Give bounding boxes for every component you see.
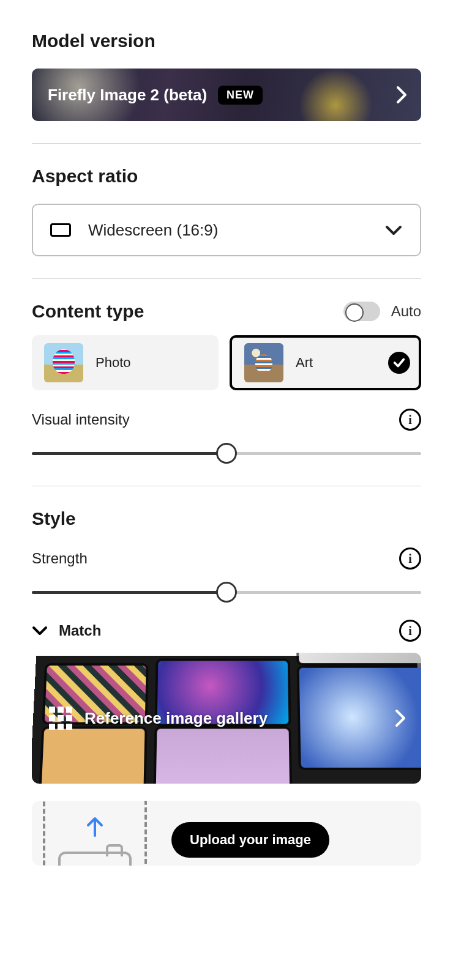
model-version-name: Firefly Image 2 (beta) [48, 86, 207, 105]
match-label: Match [59, 622, 101, 639]
image-icon [58, 852, 132, 866]
reference-gallery-button[interactable]: Reference image gallery [32, 653, 421, 784]
photo-thumb-icon [44, 343, 83, 382]
art-thumb-icon [244, 343, 283, 382]
chevron-right-icon [394, 709, 406, 727]
strength-label: Strength [32, 550, 88, 567]
new-badge: NEW [218, 86, 263, 105]
grid-icon [49, 707, 72, 730]
divider [32, 143, 421, 144]
check-icon [388, 352, 410, 374]
aspect-ratio-heading: Aspect ratio [32, 166, 421, 187]
chevron-down-icon [32, 625, 48, 636]
upload-arrow-icon [84, 815, 106, 839]
info-icon[interactable]: i [399, 548, 421, 570]
content-type-heading: Content type [32, 301, 144, 322]
chevron-right-icon [395, 86, 408, 104]
strength-slider[interactable] [32, 582, 421, 603]
aspect-ratio-section: Aspect ratio Widescreen (16:9) [32, 166, 421, 256]
model-version-heading: Model version [32, 31, 421, 51]
content-type-option-label: Photo [95, 355, 131, 371]
divider [32, 278, 421, 279]
style-section: Style Strength i Match i Refe [32, 508, 421, 866]
visual-intensity-label: Visual intensity [32, 411, 130, 428]
auto-label: Auto [391, 303, 421, 320]
auto-toggle[interactable] [343, 302, 380, 321]
divider [32, 486, 421, 486]
upload-area: Upload your image [32, 801, 421, 866]
visual-intensity-slider[interactable] [32, 443, 421, 464]
info-icon[interactable]: i [399, 620, 421, 642]
content-type-section: Content type Auto Photo Art Visual inten… [32, 301, 421, 464]
model-version-section: Model version Firefly Image 2 (beta) NEW [32, 31, 421, 121]
upload-button[interactable]: Upload your image [171, 822, 329, 858]
content-type-art[interactable]: Art [230, 335, 421, 390]
widescreen-icon [50, 223, 71, 237]
style-heading: Style [32, 508, 421, 529]
aspect-ratio-dropdown[interactable]: Widescreen (16:9) [32, 204, 421, 256]
info-icon[interactable]: i [399, 409, 421, 431]
content-type-option-label: Art [296, 355, 313, 371]
reference-gallery-label: Reference image gallery [84, 709, 268, 728]
match-collapse-toggle[interactable]: Match [32, 622, 101, 639]
aspect-ratio-value: Widescreen (16:9) [88, 221, 218, 240]
chevron-down-icon [384, 224, 403, 236]
upload-drop-zone[interactable] [43, 801, 147, 866]
model-version-selector[interactable]: Firefly Image 2 (beta) NEW [32, 69, 421, 121]
content-type-photo[interactable]: Photo [32, 335, 219, 390]
